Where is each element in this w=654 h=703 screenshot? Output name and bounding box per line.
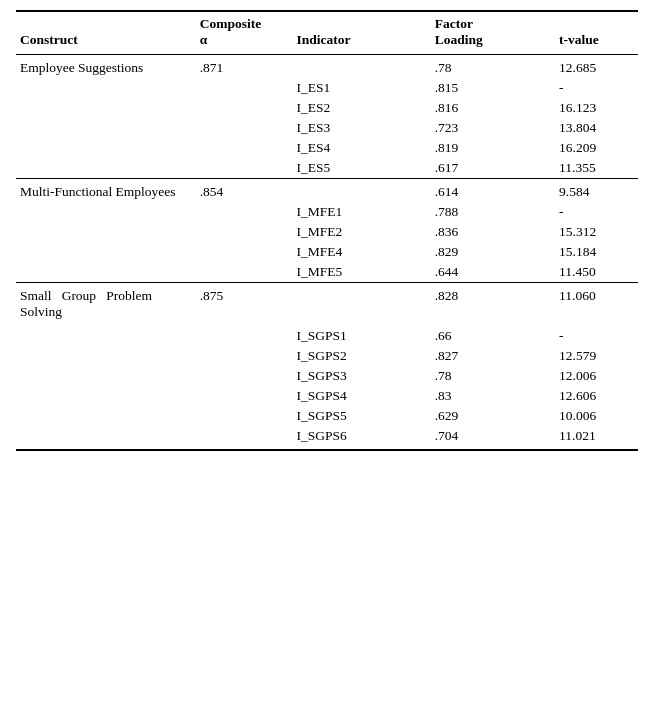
- cell-indicator: I_MFE5: [292, 262, 430, 283]
- cell-construct: Small Group ProblemSolving: [16, 283, 196, 323]
- header-indicator: Indicator: [292, 11, 430, 55]
- cell-loading: .78: [431, 55, 555, 79]
- cell-loading: .827: [431, 346, 555, 366]
- cell-indicator: I_ES3: [292, 118, 430, 138]
- cell-indicator: [292, 55, 430, 79]
- cell-construct: [16, 202, 196, 222]
- cell-composite: .871: [196, 55, 293, 79]
- cell-construct: [16, 346, 196, 366]
- table-row: Employee Suggestions.871.7812.685: [16, 55, 638, 79]
- cell-indicator: [292, 283, 430, 323]
- cell-construct: Multi-Functional Employees: [16, 179, 196, 203]
- cell-construct: [16, 118, 196, 138]
- cell-loading: .828: [431, 283, 555, 323]
- cell-loading: .66: [431, 326, 555, 346]
- cell-indicator: I_MFE2: [292, 222, 430, 242]
- cell-indicator: I_SGPS4: [292, 386, 430, 406]
- cell-tvalue: -: [555, 202, 638, 222]
- cell-composite: [196, 346, 293, 366]
- cell-construct: [16, 78, 196, 98]
- cell-composite: [196, 118, 293, 138]
- cell-composite: [196, 78, 293, 98]
- table-row: I_SGPS2.82712.579: [16, 346, 638, 366]
- table-row: I_ES2.81616.123: [16, 98, 638, 118]
- cell-tvalue: 12.579: [555, 346, 638, 366]
- cell-loading: .723: [431, 118, 555, 138]
- table-row: I_ES3.72313.804: [16, 118, 638, 138]
- cell-indicator: I_SGPS3: [292, 366, 430, 386]
- cell-indicator: I_MFE4: [292, 242, 430, 262]
- cell-composite: [196, 326, 293, 346]
- cell-tvalue: 12.685: [555, 55, 638, 79]
- cell-tvalue: 10.006: [555, 406, 638, 426]
- table-row: I_MFE4.82915.184: [16, 242, 638, 262]
- table-row: I_MFE1.788-: [16, 202, 638, 222]
- cell-tvalue: 11.060: [555, 283, 638, 323]
- cell-loading: .644: [431, 262, 555, 283]
- cell-construct: [16, 386, 196, 406]
- cell-composite: [196, 366, 293, 386]
- cell-indicator: [292, 179, 430, 203]
- cell-composite: [196, 426, 293, 450]
- table-row: Multi-Functional Employees.854.6149.584: [16, 179, 638, 203]
- cell-tvalue: -: [555, 326, 638, 346]
- cell-tvalue: 11.021: [555, 426, 638, 450]
- cell-indicator: I_SGPS2: [292, 346, 430, 366]
- cell-construct: Employee Suggestions: [16, 55, 196, 79]
- cell-construct: [16, 426, 196, 450]
- cell-construct: [16, 326, 196, 346]
- cell-construct: [16, 138, 196, 158]
- header-construct: Construct: [16, 11, 196, 55]
- cell-loading: .829: [431, 242, 555, 262]
- cell-composite: [196, 222, 293, 242]
- table-row: I_SGPS1.66-: [16, 326, 638, 346]
- cell-indicator: I_SGPS6: [292, 426, 430, 450]
- table-row: I_SGPS6.70411.021: [16, 426, 638, 450]
- cell-composite: [196, 242, 293, 262]
- cell-indicator: I_ES5: [292, 158, 430, 179]
- cell-tvalue: 9.584: [555, 179, 638, 203]
- header-loading: FactorLoading: [431, 11, 555, 55]
- cell-composite: .854: [196, 179, 293, 203]
- table-row: I_SGPS5.62910.006: [16, 406, 638, 426]
- table-row: I_SGPS4.8312.606: [16, 386, 638, 406]
- table-row: I_MFE5.64411.450: [16, 262, 638, 283]
- table-row: I_SGPS3.7812.006: [16, 366, 638, 386]
- cell-composite: [196, 138, 293, 158]
- cell-composite: [196, 202, 293, 222]
- table-row: Small Group ProblemSolving.875.82811.060: [16, 283, 638, 323]
- cell-indicator: I_ES2: [292, 98, 430, 118]
- table-row: I_ES5.61711.355: [16, 158, 638, 179]
- cell-composite: [196, 98, 293, 118]
- cell-tvalue: -: [555, 78, 638, 98]
- cell-indicator: I_SGPS1: [292, 326, 430, 346]
- cell-tvalue: 15.184: [555, 242, 638, 262]
- table-row: I_MFE2.83615.312: [16, 222, 638, 242]
- cell-indicator: I_ES4: [292, 138, 430, 158]
- cell-construct: [16, 406, 196, 426]
- cell-loading: .816: [431, 98, 555, 118]
- table-row: I_ES1.815-: [16, 78, 638, 98]
- cell-composite: [196, 406, 293, 426]
- cell-loading: .78: [431, 366, 555, 386]
- cell-loading: .83: [431, 386, 555, 406]
- cell-tvalue: 16.209: [555, 138, 638, 158]
- cell-tvalue: 12.606: [555, 386, 638, 406]
- cell-construct: [16, 158, 196, 179]
- cell-loading: .704: [431, 426, 555, 450]
- header-composite: Compositeα: [196, 11, 293, 55]
- main-table: Construct Compositeα Indicator FactorLoa…: [16, 10, 638, 451]
- cell-composite: [196, 386, 293, 406]
- cell-indicator: I_ES1: [292, 78, 430, 98]
- cell-composite: [196, 158, 293, 179]
- cell-construct: [16, 222, 196, 242]
- cell-tvalue: 16.123: [555, 98, 638, 118]
- cell-loading: .836: [431, 222, 555, 242]
- cell-indicator: I_MFE1: [292, 202, 430, 222]
- cell-construct: [16, 98, 196, 118]
- cell-loading: .629: [431, 406, 555, 426]
- cell-loading: .614: [431, 179, 555, 203]
- cell-loading: .617: [431, 158, 555, 179]
- cell-indicator: I_SGPS5: [292, 406, 430, 426]
- cell-tvalue: 11.355: [555, 158, 638, 179]
